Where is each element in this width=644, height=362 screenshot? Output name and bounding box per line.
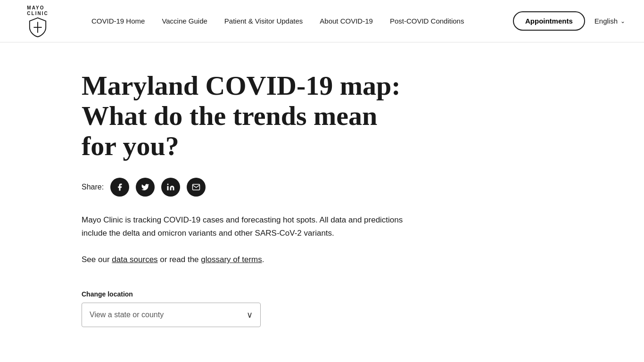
dropdown-placeholder: View a state or county (90, 311, 164, 319)
data-sources-link[interactable]: data sources (112, 255, 157, 264)
chevron-down-icon: ∨ (247, 310, 253, 320)
change-location-label: Change location (82, 290, 412, 298)
nav-vaccine-guide[interactable]: Vaccine Guide (155, 13, 214, 29)
mayo-clinic-logo[interactable]: MAYOCLINIC (19, 5, 57, 37)
language-selector[interactable]: English ⌄ (594, 17, 625, 25)
appointments-button[interactable]: Appointments (513, 11, 585, 31)
share-facebook-button[interactable] (110, 178, 129, 197)
header-right: Appointments English ⌄ (513, 11, 625, 31)
nav-covid-home[interactable]: COVID-19 Home (85, 13, 151, 29)
content-area: Maryland COVID-19 map: What do the trend… (82, 71, 412, 327)
nav-post-covid[interactable]: Post-COVID Conditions (383, 13, 471, 29)
chevron-down-icon: ⌄ (620, 18, 625, 25)
nav-about-covid[interactable]: About COVID-19 (313, 13, 380, 29)
svg-point-3 (167, 184, 169, 185)
logo-text: MAYOCLINIC (27, 5, 48, 16)
share-linkedin-button[interactable] (161, 178, 180, 197)
sources-text: See our data sources or read the glossar… (82, 253, 412, 266)
logo-shield-icon (29, 17, 47, 37)
page-title: Maryland COVID-19 map: What do the trend… (82, 71, 412, 161)
share-twitter-button[interactable] (136, 178, 155, 197)
language-label: English (594, 17, 618, 25)
change-location-section: Change location View a state or county ∨ (82, 290, 412, 327)
share-row: Share: (82, 178, 412, 197)
svg-rect-2 (167, 186, 169, 190)
description-text: Mayo Clinic is tracking COVID-19 cases a… (82, 214, 412, 240)
nav-patient-visitor[interactable]: Patient & Visitor Updates (218, 13, 309, 29)
location-dropdown[interactable]: View a state or county ∨ (82, 303, 261, 327)
share-label: Share: (82, 183, 104, 191)
share-email-button[interactable] (187, 178, 206, 197)
glossary-link[interactable]: glossary of terms (201, 255, 262, 264)
main-nav: COVID-19 Home Vaccine Guide Patient & Vi… (85, 13, 513, 29)
